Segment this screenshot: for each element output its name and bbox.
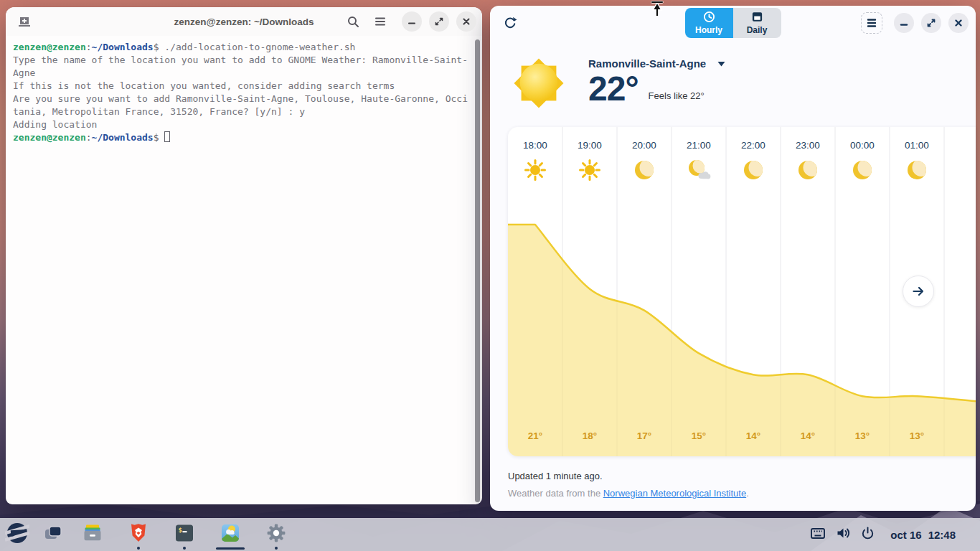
close-icon	[954, 19, 963, 27]
terminal-minimize-button[interactable]	[402, 11, 422, 32]
taskbar-app-brave-browser[interactable]	[126, 518, 151, 551]
taskbar-app-settings[interactable]	[263, 518, 289, 551]
sun-icon	[562, 158, 617, 182]
refresh-button[interactable]	[500, 13, 520, 33]
sun-icon	[508, 158, 562, 182]
view-switcher: Hourly Daily	[685, 8, 781, 38]
terminal-headerbar[interactable]: zenzen@zenzen: ~/Downloads	[6, 7, 482, 36]
terminal-close-button[interactable]	[456, 11, 476, 32]
weather-icon	[219, 522, 242, 547]
brave-icon	[127, 522, 150, 547]
current-conditions: Ramonville-Saint-Agne 22° Feels like 22°	[509, 53, 725, 113]
hourly-forecast-card[interactable]: 18:0021°19:0018°20:0017°21:0015°22:0014°…	[508, 127, 976, 456]
desktop: zenzen@zenzen: ~/Downloads	[0, 0, 980, 551]
attribution-link[interactable]: Norwegian Meteorological Institute	[603, 488, 746, 499]
weather-minimize-button[interactable]	[894, 13, 914, 33]
terminal-menu-button[interactable]	[370, 11, 390, 32]
tab-daily[interactable]: Daily	[733, 8, 781, 38]
forecast-temp-label: 14°	[726, 430, 781, 441]
clear-sky-icon	[509, 53, 568, 113]
terminal-icon: $	[173, 522, 196, 547]
forecast-temp-label: 13°	[835, 430, 890, 441]
forecast-column: 21:0015°	[672, 127, 726, 456]
moon-icon	[835, 158, 890, 182]
weather-close-button[interactable]	[948, 13, 969, 33]
running-indicator	[183, 547, 186, 550]
tab-hourly[interactable]: Hourly	[685, 8, 733, 38]
location-name: Ramonville-Saint-Agne	[588, 57, 706, 70]
current-temperature: 22°	[588, 71, 639, 107]
forecast-time: 23:00	[781, 140, 835, 151]
power-menu[interactable]	[860, 526, 875, 544]
terminal-row: Type the name of the location you want t…	[13, 54, 475, 67]
new-tab-button[interactable]	[14, 11, 34, 32]
terminal-row: Are you sure you want to add Ramonville-…	[13, 93, 475, 105]
clock-date: oct 16	[890, 529, 921, 541]
moon-icon	[890, 158, 944, 182]
terminal-row: zenzen@zenzen:~/Downloads$ ./add-locatio…	[13, 41, 475, 54]
running-indicator	[275, 547, 278, 550]
workspaces-icon	[42, 522, 65, 547]
taskbar-app-files[interactable]	[80, 518, 105, 551]
active-indicator	[216, 547, 245, 550]
tab-daily-label: Daily	[747, 25, 768, 35]
attribution: Weather data from the Norwegian Meteorol…	[508, 488, 749, 499]
taskbar-apps: $	[0, 518, 289, 551]
search-button[interactable]	[343, 11, 363, 32]
minimize-icon	[900, 19, 908, 27]
forecast-time: 20:00	[617, 140, 672, 151]
taskbar-app-workspaces[interactable]	[40, 518, 66, 551]
svg-text:$: $	[179, 527, 182, 534]
terminal-row: tania, Metropolitan France, 31520, Franc…	[13, 105, 475, 118]
forecast-temp-label: 15°	[672, 430, 726, 441]
forecast-temp-label: 14°	[781, 430, 835, 441]
attribution-suffix: .	[746, 488, 749, 499]
forecast-column: 00:0013°	[835, 127, 890, 456]
updated-status: Updated 1 minute ago.	[508, 471, 603, 481]
forecast-temp-label: 13°	[890, 430, 944, 441]
taskbar-app-zorin-menu[interactable]	[4, 518, 30, 551]
weather-maximize-button[interactable]	[921, 13, 941, 33]
clock-icon	[703, 11, 715, 23]
menu-icon	[866, 18, 877, 28]
terminal-content[interactable]: zenzen@zenzen:~/Downloads$ ./add-locatio…	[6, 36, 482, 144]
forecast-column: 18:0021°	[508, 127, 562, 456]
running-indicator	[137, 547, 140, 550]
tab-hourly-label: Hourly	[695, 25, 722, 35]
forecast-scroll-next-button[interactable]	[903, 276, 934, 307]
forecast-time: 00:00	[835, 140, 890, 151]
calendar-icon	[751, 11, 763, 23]
weather-window: Hourly Daily	[490, 6, 976, 511]
terminal-row: If this is not the location you wanted, …	[13, 80, 475, 93]
forecast-column: 20:0017°	[617, 127, 672, 456]
terminal-text-cursor	[164, 131, 170, 142]
terminal-maximize-button[interactable]	[429, 11, 449, 32]
forecast-time: 19:00	[562, 140, 617, 151]
gear-icon	[265, 522, 288, 547]
keyboard-indicator[interactable]	[810, 525, 826, 544]
forecast-time: 01:00	[890, 140, 944, 151]
taskbar-app-terminal-app[interactable]: $	[171, 518, 197, 551]
minimize-icon	[407, 17, 416, 26]
location-selector[interactable]: Ramonville-Saint-Agne	[588, 57, 725, 70]
weather-headerbar[interactable]: Hourly Daily	[490, 6, 976, 40]
mouse-cursor	[649, 0, 665, 19]
clock[interactable]: oct 16 12:48	[890, 529, 956, 541]
terminal-window: zenzen@zenzen: ~/Downloads	[6, 7, 482, 504]
files-icon	[81, 522, 104, 547]
forecast-time: 18:00	[508, 140, 562, 151]
chevron-down-icon	[717, 61, 725, 67]
moon-icon	[781, 158, 835, 182]
terminal-row: Adding location	[13, 118, 475, 131]
taskbar-app-weather-app[interactable]	[217, 518, 243, 551]
volume-control[interactable]	[835, 525, 851, 544]
refresh-icon	[502, 15, 518, 31]
maximize-icon	[434, 17, 444, 27]
close-icon	[462, 17, 471, 26]
terminal-scrollbar[interactable]	[475, 39, 480, 502]
feels-like-label: Feels like 22°	[649, 90, 705, 101]
weather-menu-button[interactable]	[861, 12, 882, 34]
forecast-column: 23:0014°	[781, 127, 835, 456]
taskbar: $ oct 1	[0, 518, 980, 551]
arrow-right-icon	[912, 285, 925, 298]
